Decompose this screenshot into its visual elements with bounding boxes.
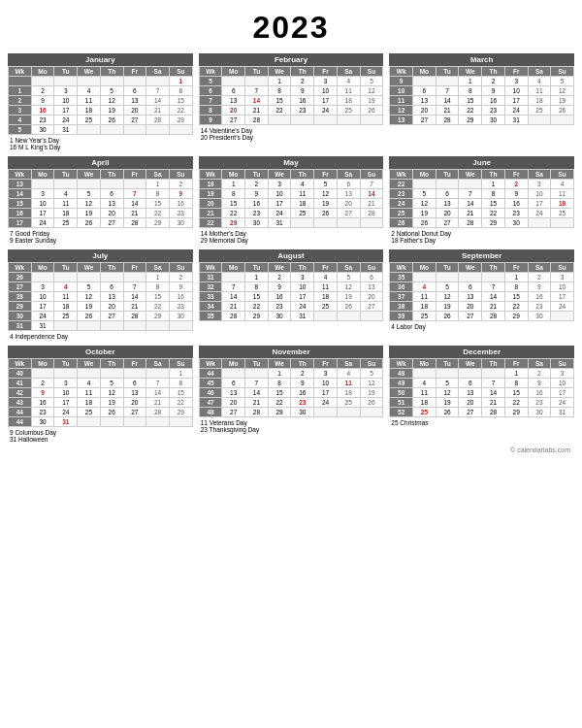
cal-cell: 20 — [459, 302, 482, 312]
cal-cell: 17 — [31, 302, 54, 312]
col-header: Fr — [504, 359, 528, 369]
col-header: Tu — [436, 67, 459, 77]
cal-cell: 2 — [504, 180, 528, 189]
col-header: Mo — [413, 170, 436, 180]
cal-cell: 8 — [199, 106, 222, 116]
cal-cell: 20 — [123, 106, 146, 116]
col-header: Sa — [528, 170, 551, 180]
cal-cell: 25 — [78, 408, 101, 417]
cal-cell: 16 — [169, 199, 192, 209]
cal-cell: 30 — [268, 312, 291, 321]
cal-cell: 27 — [459, 408, 482, 417]
cal-cell: 20 — [360, 292, 383, 302]
cal-cell: 7 — [123, 189, 146, 199]
cal-cell: 12 — [551, 86, 574, 96]
month-notes: 9 Columbus Day31 Halloween — [8, 429, 193, 443]
cal-cell: 43 — [9, 398, 32, 408]
cal-cell — [528, 218, 551, 228]
month-table: WkMoTuWeThFrSaSu181234567198910111213142… — [199, 169, 384, 228]
cal-cell: 10 — [291, 282, 314, 292]
cal-cell: 28 — [245, 116, 269, 125]
cal-cell — [9, 77, 32, 86]
cal-cell: 21 — [459, 209, 482, 218]
cal-cell: 23 — [528, 398, 551, 408]
cal-cell: 26 — [314, 209, 338, 218]
cal-cell: 19 — [199, 189, 222, 199]
cal-cell: 14 — [146, 96, 170, 106]
col-header: Th — [482, 67, 505, 77]
cal-cell: 5 — [100, 86, 123, 96]
cal-cell: 26 — [436, 408, 459, 417]
cal-cell: 30 — [291, 408, 314, 417]
col-header: Tu — [436, 170, 459, 180]
cal-cell — [245, 77, 269, 86]
cal-cell: 19 — [360, 388, 383, 398]
cal-cell: 38 — [390, 302, 413, 312]
cal-cell: 16 — [268, 292, 291, 302]
cal-cell — [337, 218, 360, 228]
col-header: Mo — [222, 359, 245, 369]
cal-cell: 10 — [551, 379, 574, 388]
cal-cell: 22 — [459, 106, 482, 116]
cal-cell: 7 — [199, 96, 222, 106]
cal-cell: 25 — [413, 312, 436, 321]
cal-cell: 51 — [390, 398, 413, 408]
holiday-note: 29 Memorial Day — [201, 237, 384, 244]
holiday-note: 31 Halloween — [10, 436, 193, 443]
month-table: WkMoTuWeThFrSaSu221234235678910112412131… — [389, 169, 574, 228]
col-header: Mo — [413, 67, 436, 77]
cal-cell: 10 — [504, 86, 528, 96]
cal-cell: 14 — [9, 189, 32, 199]
month-notes: 14 Mother's Day29 Memorial Day — [199, 230, 384, 244]
cal-cell — [413, 180, 436, 189]
cal-cell: 16 — [31, 398, 54, 408]
cal-cell: 10 — [31, 292, 54, 302]
month-title: June — [389, 156, 574, 169]
cal-cell: 22 — [146, 302, 170, 312]
col-header: Wk — [9, 170, 32, 180]
cal-cell: 28 — [482, 312, 505, 321]
month-table: WkMoTuWeThFrSaSu481234945678910501112131… — [389, 358, 574, 417]
cal-cell — [222, 77, 245, 86]
cal-cell: 4 — [337, 369, 360, 379]
cal-cell: 22 — [245, 302, 269, 312]
cal-cell: 7 — [146, 379, 170, 388]
cal-cell: 49 — [390, 379, 413, 388]
cal-cell: 21 — [436, 106, 459, 116]
cal-cell: 28 — [146, 116, 170, 125]
month-block-may: MayWkMoTuWeThFrSaSu181234567198910111213… — [199, 156, 384, 244]
cal-cell — [413, 369, 436, 379]
col-header: Th — [482, 263, 505, 273]
cal-cell: 23 — [482, 106, 505, 116]
cal-cell: 18 — [54, 209, 78, 218]
cal-cell: 12 — [337, 282, 360, 292]
cal-cell: 6 — [199, 86, 222, 96]
cal-cell: 13 — [123, 388, 146, 398]
cal-cell: 29 — [169, 408, 192, 417]
col-header: Sa — [146, 263, 170, 273]
cal-cell: 27 — [123, 408, 146, 417]
cal-cell: 29 — [504, 408, 528, 417]
col-header: We — [78, 359, 101, 369]
cal-cell: 23 — [504, 209, 528, 218]
cal-cell: 18 — [413, 398, 436, 408]
cal-cell: 3 — [54, 86, 78, 96]
cal-cell: 13 — [360, 282, 383, 292]
cal-cell: 8 — [222, 189, 245, 199]
cal-cell: 35 — [199, 312, 222, 321]
cal-cell: 9 — [528, 282, 551, 292]
month-title: April — [8, 156, 193, 169]
cal-cell: 21 — [360, 199, 383, 209]
cal-cell: 20 — [413, 106, 436, 116]
cal-cell: 4 — [314, 273, 338, 282]
cal-cell: 12 — [100, 388, 123, 398]
cal-cell: 30 — [245, 218, 269, 228]
cal-cell: 26 — [78, 218, 101, 228]
cal-cell — [123, 77, 146, 86]
cal-cell: 7 — [436, 86, 459, 96]
cal-cell: 17 — [54, 106, 78, 116]
cal-cell: 20 — [222, 106, 245, 116]
cal-cell: 8 — [169, 86, 192, 96]
holiday-note: 4 Labor Day — [391, 323, 574, 330]
cal-cell: 50 — [390, 388, 413, 398]
